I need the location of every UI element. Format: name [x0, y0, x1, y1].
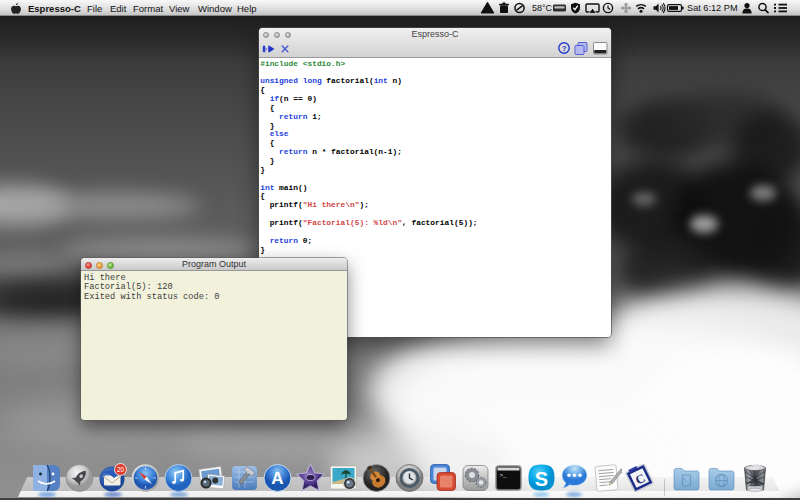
svg-text:S: S [535, 468, 548, 490]
svg-text:20: 20 [117, 466, 125, 473]
svg-text:58°C: 58°C [532, 3, 553, 13]
svg-text:>_: >_ [500, 472, 508, 479]
svg-text:Sat 6:12 PM: Sat 6:12 PM [687, 3, 738, 13]
svg-text:?: ? [562, 44, 567, 53]
svg-text:A: A [271, 469, 283, 488]
